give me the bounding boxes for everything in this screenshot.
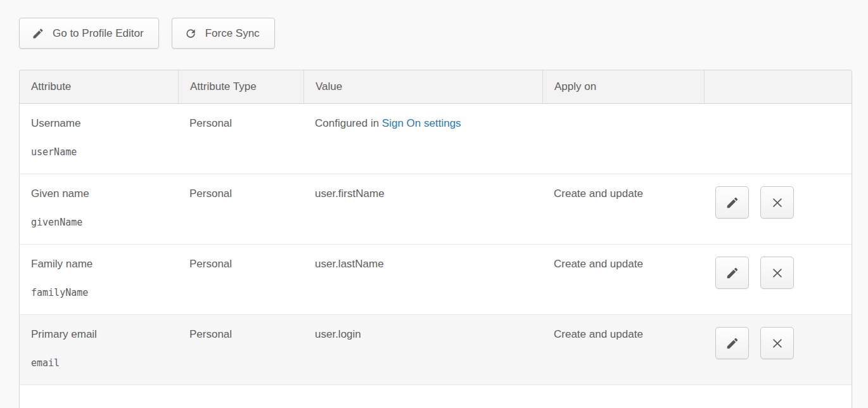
force-sync-button[interactable]: Force Sync <box>172 18 275 49</box>
attribute-variable-name: userName <box>31 146 178 158</box>
column-header-actions <box>704 70 852 103</box>
attribute-variable-name: givenName <box>31 216 178 229</box>
edit-attribute-button[interactable] <box>715 327 749 359</box>
column-header-value: Value <box>303 70 542 103</box>
value-text: Configured in <box>315 117 379 129</box>
actions-cell <box>704 315 852 385</box>
attribute-type-cell: Personal <box>178 245 303 314</box>
column-header-attribute-type: Attribute Type <box>178 70 303 103</box>
actions-cell <box>704 174 852 244</box>
pencil-icon <box>32 27 44 40</box>
attribute-cell: Given name givenName <box>20 174 178 244</box>
table-row: Family name familyName Personal user.las… <box>20 244 852 314</box>
pencil-icon <box>725 196 739 210</box>
actions-cell <box>704 104 852 174</box>
page: { "toolbar": { "profile_editor_label": "… <box>0 0 868 408</box>
apply-on-cell: Create and update <box>542 174 704 244</box>
refresh-icon <box>184 27 197 40</box>
table-row: Given name givenName Personal user.first… <box>20 174 852 244</box>
remove-attribute-button[interactable] <box>760 186 794 219</box>
column-header-apply-on: Apply on <box>542 70 704 103</box>
attribute-type-cell: Personal <box>178 174 303 244</box>
actions-cell <box>704 245 852 314</box>
edit-attribute-button[interactable] <box>715 257 749 289</box>
table-header: Attribute Attribute Type Value Apply on <box>20 70 852 103</box>
value-cell: user.firstName <box>303 174 542 244</box>
attribute-cell: Username userName <box>20 104 178 174</box>
force-sync-label: Force Sync <box>205 27 260 40</box>
edit-attribute-button[interactable] <box>715 186 749 219</box>
x-icon <box>770 196 784 210</box>
attribute-label: Given name <box>31 188 178 200</box>
table-row: Primary email email Personal user.login … <box>20 314 852 385</box>
value-cell: Configured in Sign On settings <box>303 104 542 174</box>
go-to-profile-editor-label: Go to Profile Editor <box>53 27 144 40</box>
pencil-icon <box>725 266 739 280</box>
go-to-profile-editor-button[interactable]: Go to Profile Editor <box>19 18 159 49</box>
column-header-attribute: Attribute <box>20 70 178 103</box>
attribute-variable-name: familyName <box>31 286 178 299</box>
apply-on-cell: Create and update <box>542 245 704 314</box>
x-icon <box>770 266 784 280</box>
value-cell: user.login <box>303 315 542 385</box>
sign-on-settings-link[interactable]: Sign On settings <box>382 117 461 129</box>
table-row-partial <box>20 385 852 408</box>
attribute-mappings-table: Attribute Attribute Type Value Apply on … <box>19 70 852 408</box>
x-icon <box>770 336 784 350</box>
remove-attribute-button[interactable] <box>760 257 794 289</box>
apply-on-cell: Create and update <box>542 315 704 385</box>
attribute-type-cell: Personal <box>178 315 303 385</box>
attribute-type-cell: Personal <box>178 104 303 174</box>
toolbar: Go to Profile Editor Force Sync <box>19 18 275 49</box>
remove-attribute-button[interactable] <box>760 327 794 359</box>
value-cell: user.lastName <box>303 245 542 314</box>
pencil-icon <box>725 336 739 350</box>
attribute-cell: Primary email email <box>20 315 178 385</box>
attribute-label: Family name <box>31 258 178 271</box>
attribute-label: Primary email <box>31 328 178 341</box>
attribute-label: Username <box>31 117 178 130</box>
attribute-variable-name: email <box>31 357 178 369</box>
attribute-cell: Family name familyName <box>20 245 178 314</box>
apply-on-cell <box>542 104 704 174</box>
table-row: Username userName Personal Configured in… <box>20 103 852 174</box>
